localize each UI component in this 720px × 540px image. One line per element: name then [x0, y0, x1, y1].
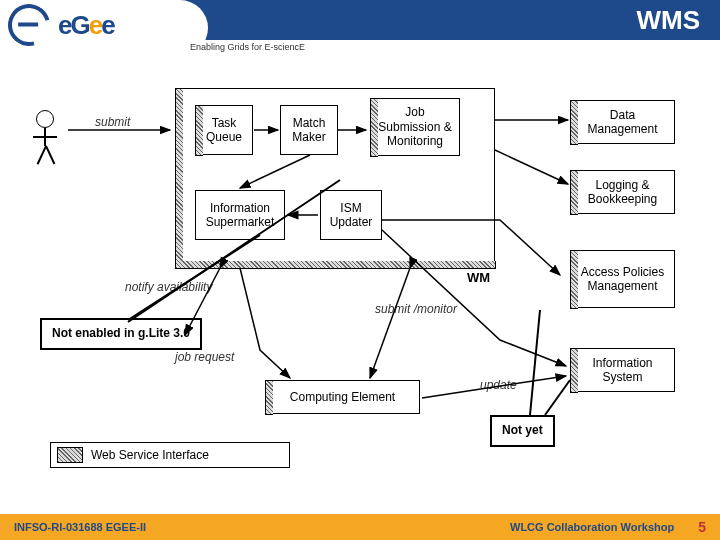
label-job-request: job request: [175, 350, 234, 364]
svg-line-8: [370, 268, 410, 378]
box-data-mgmt: Data Management: [570, 100, 675, 144]
legend-hatch-icon: [57, 447, 83, 463]
label-submit: submit: [95, 115, 130, 129]
box-access-policies: Access Policies Management: [570, 250, 675, 308]
legend-text: Web Service Interface: [91, 448, 209, 462]
footer-right: WLCG Collaboration Workshop: [510, 521, 674, 533]
svg-line-13: [545, 380, 570, 415]
title-bar: WMS: [180, 0, 720, 40]
footer: INFSO-RI-031688 EGEE-II WLCG Collaborati…: [0, 514, 720, 540]
header: eGee WMS Enabling Grids for E-sciencE: [0, 0, 720, 54]
tagline: Enabling Grids for E-sciencE: [190, 42, 305, 52]
label-submit-monitor: submit /monitor: [375, 302, 457, 316]
box-match-maker: Match Maker: [280, 105, 338, 155]
diagram: submit WM Task Queue Match Maker Job Sub…: [40, 80, 690, 470]
box-computing-element: Computing Element: [265, 380, 420, 414]
page-title: WMS: [636, 5, 700, 36]
box-info-system: Information System: [570, 348, 675, 392]
box-info-supermarket: Information Supermarket: [195, 190, 285, 240]
box-logging: Logging & Bookkeeping: [570, 170, 675, 214]
svg-line-12: [530, 310, 540, 415]
page-number: 5: [698, 519, 706, 535]
label-update: update: [480, 378, 517, 392]
box-task-queue: Task Queue: [195, 105, 253, 155]
box-ism-updater: ISM Updater: [320, 190, 382, 240]
footer-left: INFSO-RI-031688 EGEE-II: [14, 521, 146, 533]
label-notify: notify availability: [125, 280, 212, 294]
actor-icon: [30, 110, 60, 170]
callout-not-yet: Not yet: [490, 415, 555, 447]
svg-line-6: [495, 150, 568, 184]
callout-not-enabled: Not enabled in g.Lite 3.0: [40, 318, 202, 350]
logo-text: eGee: [58, 10, 114, 41]
box-job-submission: Job Submission & Monitoring: [370, 98, 460, 156]
legend: Web Service Interface: [50, 442, 290, 468]
wm-label: WM: [467, 270, 490, 285]
